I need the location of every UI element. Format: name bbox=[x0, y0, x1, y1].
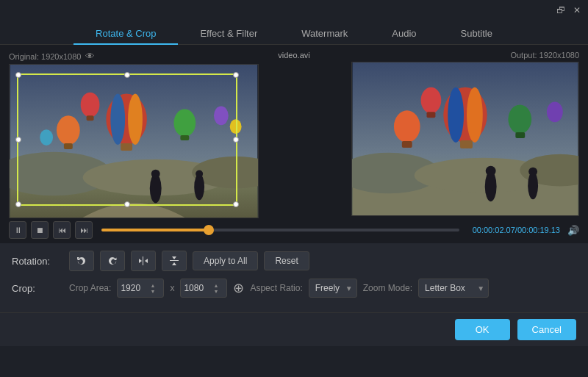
svg-point-11 bbox=[81, 93, 100, 118]
svg-point-35 bbox=[508, 104, 531, 134]
video-section: Original: 1920x1080 👁 bbox=[0, 45, 588, 218]
crop-height-input[interactable]: 1080 bbox=[184, 283, 213, 293]
zoom-mode-select-wrap: Letter Box Pan & Scan Full ▼ bbox=[418, 279, 489, 298]
eye-icon[interactable]: 👁 bbox=[85, 51, 95, 62]
crop-area-group: Crop Area: 1920 ▲ ▼ x 1080 ▲ ▼ ⊕ Aspect … bbox=[69, 279, 489, 298]
rotate-ccw-button[interactable] bbox=[69, 251, 94, 271]
tab-rotate-crop[interactable]: Rotate & Crop bbox=[74, 24, 178, 45]
svg-point-9 bbox=[57, 115, 80, 145]
svg-point-37 bbox=[547, 101, 563, 122]
svg-rect-30 bbox=[460, 140, 473, 148]
zoom-mode-select[interactable]: Letter Box Pan & Scan Full bbox=[418, 279, 489, 298]
left-video-panel: Original: 1920x1080 👁 bbox=[9, 51, 344, 218]
svg-marker-44 bbox=[139, 259, 142, 263]
svg-marker-48 bbox=[172, 262, 176, 265]
svg-marker-45 bbox=[145, 259, 148, 263]
tab-subtitle[interactable]: Subtitle bbox=[439, 24, 514, 45]
rotate-cw-button[interactable] bbox=[100, 251, 125, 271]
svg-point-41 bbox=[528, 168, 537, 176]
output-label: Output: 1920x1080 bbox=[510, 51, 579, 60]
left-video-scene bbox=[10, 65, 258, 218]
svg-rect-43 bbox=[143, 256, 143, 265]
svg-point-28 bbox=[448, 87, 464, 143]
svg-point-21 bbox=[196, 170, 203, 178]
svg-rect-46 bbox=[170, 260, 179, 261]
crop-row: Crop: Crop Area: 1920 ▲ ▼ x 1080 ▲ ▼ ⊕ A… bbox=[12, 279, 576, 298]
svg-rect-12 bbox=[87, 115, 94, 121]
svg-rect-14 bbox=[180, 135, 189, 140]
height-up-button[interactable]: ▲ bbox=[213, 283, 218, 288]
play-pause-button[interactable]: ⏸ bbox=[9, 221, 26, 239]
svg-point-33 bbox=[421, 87, 442, 114]
height-down-button[interactable]: ▼ bbox=[213, 289, 218, 294]
flip-v-icon bbox=[168, 255, 180, 267]
aspect-ratio-select[interactable]: Freely 16:9 4:3 1:1 9:16 bbox=[309, 279, 357, 298]
tab-effect-filter[interactable]: Effect & Filter bbox=[178, 24, 279, 45]
crop-label: Crop: bbox=[12, 283, 63, 294]
ok-button[interactable]: OK bbox=[455, 319, 510, 340]
crop-width-input[interactable]: 1920 bbox=[121, 283, 150, 293]
progress-track[interactable] bbox=[101, 229, 459, 231]
height-spinners: ▲ ▼ bbox=[213, 283, 218, 294]
next-frame-button[interactable]: ⏭ bbox=[75, 221, 93, 239]
svg-point-39 bbox=[486, 166, 496, 176]
svg-point-6 bbox=[110, 94, 125, 145]
svg-point-15 bbox=[214, 106, 229, 125]
aspect-ratio-label: Aspect Ratio: bbox=[250, 283, 302, 293]
svg-point-31 bbox=[394, 110, 420, 143]
left-video-preview bbox=[9, 64, 259, 218]
right-video-preview bbox=[351, 62, 579, 216]
playback-controls: ⏸ ⏹ ⏮ ⏭ 00:00:02.07/00:00:19.13 🔊 bbox=[0, 218, 588, 243]
progress-thumb[interactable] bbox=[204, 225, 214, 235]
svg-rect-36 bbox=[515, 132, 525, 138]
svg-point-29 bbox=[467, 87, 483, 143]
center-crop-button[interactable]: ⊕ bbox=[233, 280, 244, 296]
rotation-label: Rotation: bbox=[12, 256, 63, 267]
tab-audio[interactable]: Audio bbox=[370, 24, 438, 45]
cancel-button[interactable]: Cancel bbox=[517, 319, 576, 340]
right-video-panel: Output bbox=[351, 51, 579, 218]
apply-to-all-button[interactable]: Apply to All bbox=[193, 251, 258, 270]
svg-point-13 bbox=[173, 109, 196, 137]
rotation-row: Rotation: Apply t bbox=[12, 251, 576, 271]
crop-width-input-wrap[interactable]: 1920 ▲ ▼ bbox=[117, 279, 164, 298]
width-up-button[interactable]: ▲ bbox=[150, 283, 155, 288]
svg-point-17 bbox=[40, 129, 53, 146]
zoom-mode-label: Zoom Mode: bbox=[363, 283, 412, 293]
svg-point-19 bbox=[151, 170, 160, 179]
minimize-button[interactable]: 🗗 bbox=[556, 5, 566, 15]
flip-h-button[interactable] bbox=[131, 251, 156, 271]
reset-button[interactable]: Reset bbox=[264, 251, 309, 270]
prev-frame-button[interactable]: ⏮ bbox=[53, 221, 71, 239]
tab-watermark[interactable]: Watermark bbox=[279, 24, 370, 45]
svg-rect-8 bbox=[121, 143, 132, 151]
right-video-scene bbox=[352, 62, 578, 215]
flip-v-button[interactable] bbox=[162, 251, 187, 271]
close-button[interactable]: ✕ bbox=[572, 5, 582, 15]
crop-area-label: Crop Area: bbox=[69, 283, 111, 293]
bottom-controls: Rotation: Apply t bbox=[0, 243, 588, 312]
aspect-ratio-select-wrap: Freely 16:9 4:3 1:1 9:16 ▼ bbox=[309, 279, 357, 298]
volume-icon[interactable]: 🔊 bbox=[567, 225, 579, 236]
svg-point-20 bbox=[194, 174, 204, 201]
svg-rect-10 bbox=[64, 143, 73, 149]
time-display: 00:00:02.07/00:00:19.13 bbox=[473, 226, 560, 234]
svg-marker-47 bbox=[172, 256, 176, 259]
svg-rect-32 bbox=[402, 141, 412, 148]
svg-point-16 bbox=[230, 119, 242, 134]
progress-fill bbox=[101, 229, 209, 231]
stop-button[interactable]: ⏹ bbox=[31, 221, 49, 239]
rotate-ccw-icon bbox=[76, 255, 87, 267]
title-bar: 🗗 ✕ bbox=[0, 0, 588, 21]
flip-h-icon bbox=[137, 255, 149, 267]
tabs-bar: Rotate & Crop Effect & Filter Watermark … bbox=[0, 21, 588, 45]
footer: OK Cancel bbox=[0, 312, 588, 346]
svg-rect-34 bbox=[427, 112, 436, 118]
width-down-button[interactable]: ▼ bbox=[150, 289, 155, 294]
crop-height-input-wrap[interactable]: 1080 ▲ ▼ bbox=[180, 279, 227, 298]
svg-point-7 bbox=[128, 94, 143, 145]
x-separator: x bbox=[170, 283, 174, 293]
filename-bar: video.avi bbox=[278, 51, 309, 60]
width-spinners: ▲ ▼ bbox=[150, 283, 155, 294]
rotate-cw-icon bbox=[107, 255, 118, 267]
